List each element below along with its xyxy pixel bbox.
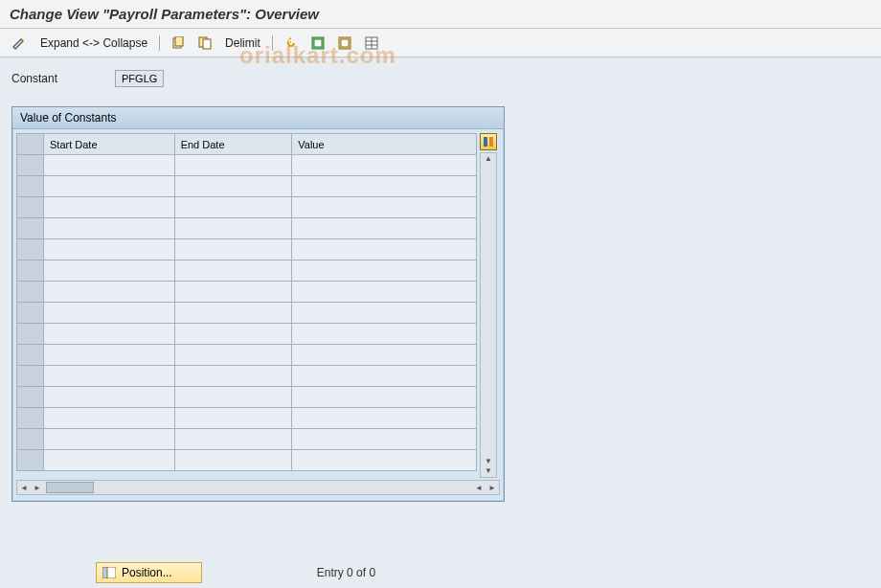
cell-start-date[interactable] [44, 155, 175, 176]
table-row[interactable] [17, 239, 477, 260]
row-selector[interactable] [17, 450, 44, 471]
cell-end-date[interactable] [174, 239, 292, 260]
row-selector[interactable] [17, 303, 44, 324]
cell-value[interactable] [292, 218, 477, 239]
horizontal-scrollbar[interactable]: ◄ ► ◄ ► [16, 480, 500, 495]
cell-value[interactable] [292, 155, 477, 176]
cell-start-date[interactable] [44, 282, 175, 303]
undo-icon[interactable] [281, 34, 302, 52]
position-button[interactable]: Position... [96, 562, 202, 583]
row-selector[interactable] [17, 282, 44, 303]
cell-value[interactable] [292, 345, 477, 366]
row-selector[interactable] [17, 324, 44, 345]
cell-value[interactable] [292, 366, 477, 387]
cell-end-date[interactable] [174, 260, 292, 282]
deselect-all-icon[interactable] [334, 34, 355, 52]
cell-end-date[interactable] [174, 429, 292, 450]
scroll-left-inner-icon[interactable]: ◄ [472, 484, 486, 492]
cell-start-date[interactable] [44, 176, 175, 197]
table-settings-icon[interactable] [361, 34, 382, 52]
copy-all-icon[interactable] [194, 34, 215, 52]
row-selector[interactable] [17, 239, 44, 260]
row-selector[interactable] [17, 218, 44, 239]
cell-end-date[interactable] [174, 366, 292, 387]
scroll-right-inner-icon[interactable]: ► [31, 484, 44, 492]
cell-start-date[interactable] [44, 429, 175, 450]
table-row[interactable] [17, 450, 477, 471]
row-selector[interactable] [17, 197, 44, 218]
row-selector[interactable] [17, 408, 44, 429]
cell-value[interactable] [292, 260, 477, 282]
cell-value[interactable] [292, 282, 477, 303]
table-row[interactable] [17, 345, 477, 366]
table-row[interactable] [17, 260, 477, 282]
table-row[interactable] [17, 324, 477, 345]
scroll-thumb[interactable] [46, 482, 94, 493]
cell-value[interactable] [292, 387, 477, 408]
cell-end-date[interactable] [174, 282, 292, 303]
cell-value[interactable] [292, 303, 477, 324]
copy-icon[interactable] [168, 34, 189, 52]
cell-start-date[interactable] [44, 408, 175, 429]
table-row[interactable] [17, 387, 477, 408]
cell-start-date[interactable] [44, 303, 175, 324]
delimit-button[interactable]: Delimit [221, 34, 264, 52]
cell-start-date[interactable] [44, 450, 175, 471]
table-row[interactable] [17, 218, 477, 239]
row-selector[interactable] [17, 260, 44, 282]
scroll-left-icon[interactable]: ◄ [17, 484, 31, 492]
cell-value[interactable] [292, 408, 477, 429]
scroll-down-icon[interactable]: ▼ [481, 466, 496, 476]
cell-start-date[interactable] [44, 366, 175, 387]
row-selector[interactable] [17, 155, 44, 176]
cell-end-date[interactable] [174, 218, 292, 239]
cell-value[interactable] [292, 176, 477, 197]
scroll-up-icon[interactable]: ▲ [481, 154, 496, 164]
scroll-down-half-icon[interactable]: ▼ [481, 457, 496, 466]
cell-value[interactable] [292, 197, 477, 218]
row-selector[interactable] [17, 345, 44, 366]
cell-end-date[interactable] [174, 197, 292, 218]
cell-value[interactable] [292, 239, 477, 260]
cell-start-date[interactable] [44, 197, 175, 218]
cell-end-date[interactable] [174, 155, 292, 176]
cell-start-date[interactable] [44, 260, 175, 282]
cell-value[interactable] [292, 324, 477, 345]
cell-start-date[interactable] [44, 218, 175, 239]
constants-table[interactable]: Start Date End Date Value [16, 133, 477, 471]
cell-end-date[interactable] [174, 450, 292, 471]
table-row[interactable] [17, 429, 477, 450]
col-header-value[interactable]: Value [292, 134, 477, 155]
cell-end-date[interactable] [174, 408, 292, 429]
table-row[interactable] [17, 197, 477, 218]
toggle-edit-icon[interactable] [8, 34, 31, 53]
cell-start-date[interactable] [44, 239, 175, 260]
cell-value[interactable] [292, 429, 477, 450]
row-selector[interactable] [17, 366, 44, 387]
select-all-icon[interactable] [307, 34, 328, 52]
row-selector[interactable] [17, 429, 44, 450]
expand-collapse-button[interactable]: Expand <-> Collapse [36, 34, 151, 52]
vertical-scrollbar[interactable]: ▲ ▼ ▼ [480, 152, 497, 478]
cell-end-date[interactable] [174, 345, 292, 366]
col-header-start-date[interactable]: Start Date [44, 134, 175, 155]
cell-end-date[interactable] [174, 176, 292, 197]
cell-value[interactable] [292, 450, 477, 471]
cell-start-date[interactable] [44, 387, 175, 408]
table-row[interactable] [17, 408, 477, 429]
row-selector[interactable] [17, 387, 44, 408]
table-config-icon[interactable] [480, 133, 497, 150]
cell-start-date[interactable] [44, 324, 175, 345]
table-row[interactable] [17, 366, 477, 387]
scroll-right-icon[interactable]: ► [486, 484, 499, 492]
row-selector[interactable] [17, 176, 44, 197]
table-row[interactable] [17, 282, 477, 303]
cell-end-date[interactable] [174, 324, 292, 345]
col-header-end-date[interactable]: End Date [174, 134, 292, 155]
table-row[interactable] [17, 176, 477, 197]
cell-end-date[interactable] [174, 303, 292, 324]
cell-start-date[interactable] [44, 345, 175, 366]
table-row[interactable] [17, 303, 477, 324]
table-row[interactable] [17, 155, 477, 176]
cell-end-date[interactable] [174, 387, 292, 408]
